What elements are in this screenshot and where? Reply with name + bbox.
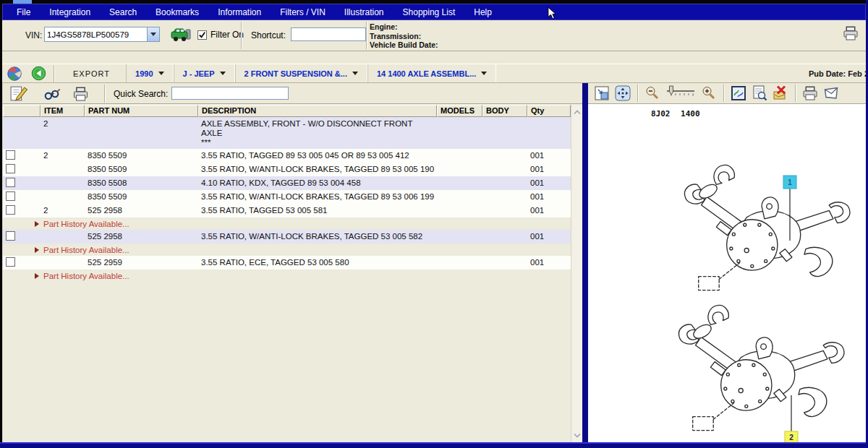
home-globe-icon[interactable] bbox=[2, 64, 27, 83]
models-cell bbox=[437, 190, 482, 194]
row-checkbox[interactable] bbox=[6, 178, 15, 187]
table-row[interactable]: 2 AXLE ASSEMBLY, FRONT - W/O DISCONNECT … bbox=[3, 117, 571, 149]
delete-illustration-icon[interactable] bbox=[771, 84, 790, 103]
body-cell bbox=[482, 163, 527, 166]
axle-illustration: 8J02 1400 1 2 bbox=[588, 105, 866, 442]
panel-divider[interactable] bbox=[582, 83, 588, 442]
illustration-canvas[interactable]: 8J02 1400 1 2 bbox=[588, 105, 866, 442]
nav-dropdown-1[interactable]: J - JEEP bbox=[174, 64, 235, 82]
qty-cell: 001 bbox=[527, 256, 571, 269]
table-row[interactable]: 2 8350 5509 3.55 RATIO, TAGGED 89 53 005… bbox=[3, 149, 571, 163]
navigation-toolbar: EXPORT 1990J - JEEP2 FRONT SUSPENSION &.… bbox=[2, 64, 866, 83]
part-history-row[interactable]: Part History Available... bbox=[3, 244, 571, 256]
part-history-row[interactable]: Part History Available... bbox=[3, 217, 571, 230]
menu-item-filters-vin[interactable]: Filters / VIN bbox=[271, 7, 335, 17]
table-scrollbar[interactable] bbox=[571, 105, 582, 442]
table-row[interactable]: 8350 5509 3.55 RATIO, W/ANTI-LOCK BRAKES… bbox=[3, 163, 571, 176]
row-checkbox[interactable] bbox=[6, 191, 15, 201]
column-header-DESCRIPTION[interactable]: DESCRIPTION bbox=[198, 105, 437, 117]
nav-dropdown-3[interactable]: 14 1400 AXLE ASSEMBL... bbox=[367, 64, 496, 82]
filter-checkbox[interactable] bbox=[197, 30, 207, 40]
scroll-up-icon[interactable] bbox=[571, 106, 583, 118]
parts-table-body: 2 AXLE ASSEMBLY, FRONT - W/O DISCONNECT … bbox=[3, 117, 571, 442]
printer-icon[interactable] bbox=[801, 84, 820, 103]
menu-item-bookmarks[interactable]: Bookmarks bbox=[146, 7, 208, 17]
menu-item-file[interactable]: File bbox=[7, 7, 40, 17]
image-preview-icon[interactable] bbox=[750, 84, 769, 103]
vin-combobox[interactable] bbox=[44, 27, 160, 42]
column-header-Qty[interactable]: Qty bbox=[527, 105, 571, 117]
description-cell: 3.55 RATIO, TAGGED 53 005 581 bbox=[198, 204, 437, 217]
expand-arrow-icon[interactable] bbox=[35, 221, 39, 227]
mail-icon[interactable] bbox=[822, 84, 841, 103]
column-header-MODELS[interactable]: MODELS bbox=[437, 105, 482, 117]
table-row[interactable]: 525 2959 3.55 RATIO, ECE, TAGGED 53 005 … bbox=[3, 256, 571, 270]
menu-item-information[interactable]: Information bbox=[208, 7, 271, 17]
column-header-BODY[interactable]: BODY bbox=[482, 105, 527, 117]
row-checkbox[interactable] bbox=[6, 257, 15, 267]
chevron-down-icon bbox=[158, 72, 164, 75]
menu-item-shopping-list[interactable]: Shopping List bbox=[393, 7, 465, 17]
column-header-ITEM[interactable]: ITEM bbox=[41, 105, 85, 117]
nav-dropdown-0[interactable]: 1990 bbox=[126, 64, 173, 82]
shortcut-label: Shortcut: bbox=[251, 30, 286, 40]
quick-search-input[interactable] bbox=[171, 87, 289, 100]
export-button[interactable]: EXPORT bbox=[57, 69, 126, 78]
parts-list-toolbar: Quick Search: bbox=[3, 83, 582, 104]
check-icon bbox=[198, 31, 206, 39]
shortcut-input[interactable] bbox=[291, 27, 366, 41]
models-cell bbox=[437, 176, 482, 180]
binoculars-icon[interactable] bbox=[43, 85, 61, 105]
menu-item-illustration[interactable]: Illustration bbox=[335, 7, 393, 17]
row-checkbox[interactable] bbox=[6, 231, 15, 241]
zoom-slider[interactable] bbox=[664, 84, 697, 103]
row-checkbox[interactable] bbox=[6, 164, 15, 173]
expand-arrow-icon[interactable] bbox=[35, 247, 39, 253]
printer-icon[interactable] bbox=[72, 85, 90, 105]
vin-toolbar: VIN: Filter On Shortcut: Engine: bbox=[2, 20, 866, 51]
expand-arrow-icon[interactable] bbox=[35, 273, 39, 279]
row-checkbox[interactable] bbox=[6, 150, 15, 160]
part-num-cell: 8350 5509 bbox=[85, 190, 198, 203]
part-num-cell: 525 2958 bbox=[85, 230, 198, 243]
callout-2-marker[interactable]: 2 bbox=[785, 395, 798, 442]
illustration-panel: 8J02 1400 1 2 bbox=[588, 83, 866, 442]
item-cell: 2 bbox=[41, 204, 85, 217]
back-button[interactable] bbox=[27, 64, 51, 82]
filter-on-control[interactable]: Filter On bbox=[197, 30, 244, 40]
qty-cell bbox=[527, 117, 571, 121]
nav-dropdown-2[interactable]: 2 FRONT SUSPENSION &... bbox=[235, 64, 367, 82]
description-cell: 3.55 RATIO, W/ANTI-LOCK BRAKES, TAGGED 5… bbox=[198, 230, 437, 243]
table-row[interactable]: 525 2958 3.55 RATIO, W/ANTI-LOCK BRAKES,… bbox=[3, 230, 571, 244]
axle-diagram-bottom bbox=[678, 305, 843, 430]
table-row[interactable]: 8350 5509 3.55 RATIO, W/ANTI-LOCK BRAKES… bbox=[3, 190, 571, 204]
table-row[interactable]: 8350 5508 4.10 RATIO, KDX, TAGGED 89 53 … bbox=[3, 176, 571, 190]
hotspot-image-icon[interactable] bbox=[729, 84, 748, 103]
notepad-pencil-icon[interactable] bbox=[9, 84, 28, 106]
vin-dropdown-button[interactable] bbox=[147, 27, 159, 41]
qty-cell: 001 bbox=[527, 204, 571, 217]
divider bbox=[795, 85, 796, 102]
menu-item-integration[interactable]: Integration bbox=[40, 7, 100, 17]
illustration-code: 8J02 1400 bbox=[651, 109, 700, 119]
vin-input[interactable] bbox=[45, 27, 147, 41]
nav-dropdowns: 1990J - JEEP2 FRONT SUSPENSION &...14 14… bbox=[126, 64, 496, 82]
scroll-down-icon[interactable] bbox=[571, 429, 583, 441]
menu-item-search[interactable]: Search bbox=[100, 7, 146, 17]
pan-icon[interactable] bbox=[613, 84, 632, 103]
row-checkbox[interactable] bbox=[6, 205, 15, 215]
fit-window-icon[interactable] bbox=[592, 84, 611, 103]
models-cell bbox=[437, 230, 482, 233]
column-header-PART NUM[interactable]: PART NUM bbox=[85, 105, 198, 117]
menubar: FileIntegrationSearchBookmarksInformatio… bbox=[2, 4, 866, 20]
zoom-in-icon[interactable] bbox=[699, 84, 718, 103]
zoom-out-icon[interactable] bbox=[643, 84, 662, 103]
column-header-select[interactable] bbox=[3, 105, 41, 117]
printer-icon[interactable] bbox=[841, 25, 860, 45]
models-cell bbox=[437, 163, 482, 166]
menu-item-help[interactable]: Help bbox=[464, 7, 501, 17]
part-history-row[interactable]: Part History Available... bbox=[3, 270, 571, 282]
nav-dropdown-label: 1990 bbox=[135, 69, 153, 78]
table-row[interactable]: 2 525 2958 3.55 RATIO, TAGGED 53 005 581… bbox=[3, 204, 571, 217]
vehicle-icon[interactable] bbox=[170, 25, 192, 47]
